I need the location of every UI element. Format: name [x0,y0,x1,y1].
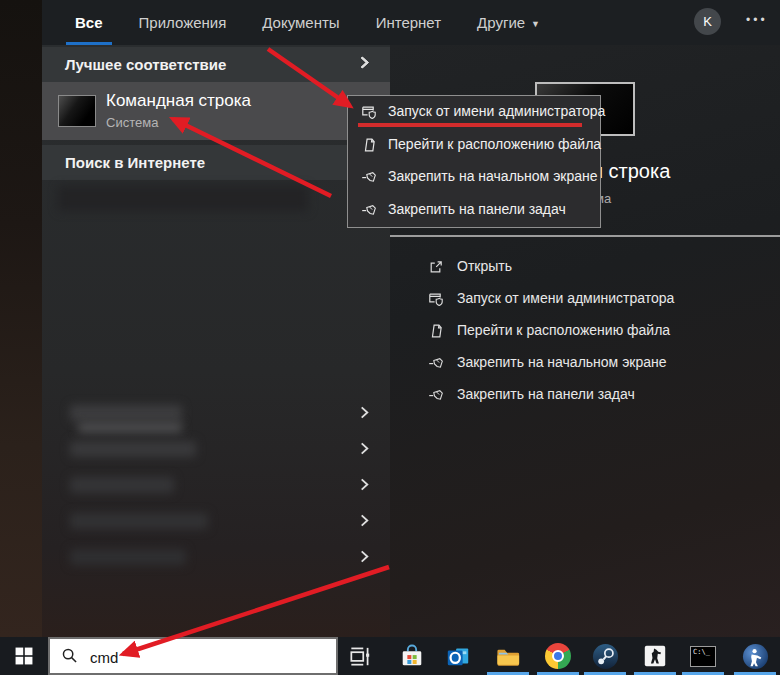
tab-more-label: Другие [477,14,525,31]
file-location-icon [361,137,377,153]
blurred-suggestion-text [70,477,174,493]
menu-item-label: Закрепить на панели задач [388,201,566,217]
search-suggestion-row[interactable] [42,539,390,575]
blurred-suggestion-text [70,405,182,421]
context-menu-item-open-file-location[interactable]: Перейти к расположению файла [348,129,600,162]
search-results-pane: Лучшее соответствие Командная строка Сис… [42,45,390,637]
best-match-subtitle: Система [106,115,158,130]
context-menu-item-pin-to-start[interactable]: Закрепить на начальном экране [348,161,600,194]
tab-apps[interactable]: Приложения [139,14,227,31]
search-filter-bar: Все Приложения Документы Интернет Другие… [42,0,780,45]
pin-icon [361,202,377,218]
action-label: Запуск от имени администратора [457,290,674,306]
action-open-file-location[interactable]: Перейти к расположению файла [390,315,780,347]
web-search-header: Поиск в Интернете [42,145,390,180]
chrome-icon[interactable] [544,642,572,670]
chevron-right-icon[interactable] [357,441,372,456]
file-explorer-icon[interactable] [494,642,522,670]
search-input[interactable] [88,637,322,675]
action-run-as-admin[interactable]: Запуск от имени администратора [390,283,780,315]
blurred-web-suggestion[interactable] [58,186,308,211]
action-open[interactable]: Открыть [390,251,780,283]
run-as-admin-shield-icon [428,291,444,307]
context-menu: Запуск от имени администратора Перейти к… [347,95,601,228]
counter-strike-icon[interactable] [741,642,769,670]
menu-item-label: Перейти к расположению файла [388,136,601,152]
chrome-logo [545,643,571,669]
search-icon [61,647,78,664]
best-match-title: Командная строка [106,91,251,111]
tab-more[interactable]: Другие▼ [477,14,540,31]
chevron-right-icon[interactable] [357,513,372,528]
best-match-result[interactable]: Командная строка Система [42,82,390,140]
search-suggestion-row[interactable] [42,45,390,81]
outlook-icon[interactable] [444,642,472,670]
preview-actions: Открыть Запуск от имени администратора П… [390,251,780,411]
open-icon [428,259,444,275]
steam-icon[interactable] [591,642,619,670]
pin-icon [428,355,444,371]
task-view-button[interactable] [346,643,374,669]
csgo-icon[interactable] [641,642,669,670]
menu-item-label: Запуск от имени администратора [388,103,605,119]
windows-logo-icon [15,647,33,665]
file-location-icon [428,323,444,339]
action-label: Закрепить на панели задач [457,386,635,402]
chevron-right-icon[interactable] [357,55,372,70]
divider [390,235,780,237]
blurred-suggestion-text [70,513,208,529]
action-label: Перейти к расположению файла [457,322,670,338]
blurred-suggestion-text [70,441,196,457]
command-prompt-taskbar-icon[interactable]: C:\_ [689,642,717,670]
action-pin-to-start[interactable]: Закрепить на начальном экране [390,347,780,379]
search-suggestion-row[interactable] [42,467,390,503]
start-button[interactable] [0,637,48,675]
search-suggestion-row[interactable] [42,395,390,431]
run-as-admin-shield-icon [361,104,377,120]
taskbar-search-box[interactable] [48,637,338,675]
action-pin-to-taskbar[interactable]: Закрепить на панели задач [390,379,780,411]
tab-documents[interactable]: Документы [262,14,339,31]
chevron-down-icon: ▼ [531,19,540,29]
pin-icon [361,169,377,185]
command-prompt-icon [58,95,96,127]
tab-all[interactable]: Все [75,14,103,31]
command-prompt-tile: C:\_ [690,646,716,667]
context-menu-item-run-as-admin[interactable]: Запуск от имени администратора [348,96,600,129]
microsoft-store-icon[interactable] [398,642,426,670]
search-suggestion-row[interactable] [42,503,390,539]
blurred-suggestion-text [70,549,186,565]
chevron-right-icon[interactable] [357,549,372,564]
filter-tabs: Все Приложения Документы Интернет Другие… [75,0,540,45]
chevron-right-icon[interactable] [357,405,372,420]
action-label: Закрепить на начальном экране [457,354,667,370]
more-options-icon[interactable]: ••• [746,13,768,27]
pin-icon [428,387,444,403]
chevron-right-icon[interactable] [357,477,372,492]
user-avatar[interactable]: K [694,8,721,35]
action-label: Открыть [457,258,512,274]
menu-item-label: Закрепить на начальном экране [388,168,598,184]
tab-web[interactable]: Интернет [376,14,441,31]
context-menu-item-pin-to-taskbar[interactable]: Закрепить на панели задач [348,194,600,227]
search-suggestion-row[interactable] [42,431,390,467]
desktop-wallpaper [0,0,42,637]
annotation-underline [358,123,582,127]
taskbar: C:\_ [0,637,780,675]
